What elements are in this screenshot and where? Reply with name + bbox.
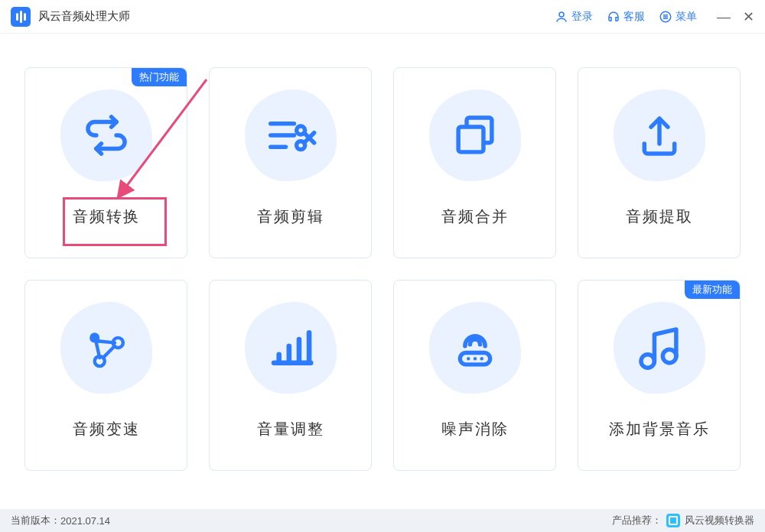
svg-point-10 [473, 357, 476, 360]
support-button[interactable]: 客服 [607, 10, 645, 24]
recommend-label: 产品推荐： [612, 514, 662, 527]
titlebar-actions: 登录 客服 菜单 — ✕ [555, 10, 754, 24]
card-audio-extract[interactable]: 音频提取 [578, 67, 741, 258]
app-title: 风云音频处理大师 [38, 9, 130, 24]
svg-point-0 [559, 12, 564, 17]
denoise-icon [448, 321, 502, 375]
card-audio-cut[interactable]: 音频剪辑 [209, 67, 372, 258]
card-label: 音频变速 [73, 419, 140, 440]
menu-button[interactable]: 菜单 [659, 10, 697, 24]
card-label: 音频合并 [441, 206, 509, 227]
login-label: 登录 [571, 10, 593, 24]
close-button[interactable]: ✕ [743, 10, 754, 24]
hot-badge: 热门功能 [132, 68, 187, 86]
svg-point-9 [467, 357, 470, 360]
svg-rect-4 [458, 127, 483, 152]
svg-point-11 [480, 357, 483, 360]
version-value: 2021.07.14 [60, 515, 110, 527]
minimize-button[interactable]: — [717, 10, 731, 24]
speed-icon [80, 321, 133, 375]
card-label: 音频转换 [73, 206, 140, 227]
support-label: 客服 [623, 10, 645, 24]
login-button[interactable]: 登录 [555, 10, 593, 24]
extract-icon [633, 109, 686, 162]
card-label: 音频提取 [626, 206, 693, 227]
card-label: 音频剪辑 [257, 206, 324, 227]
status-bar: 当前版本： 2021.07.14 产品推荐： 风云视频转换器 [0, 509, 765, 532]
window-controls: — ✕ [717, 10, 754, 24]
version-label: 当前版本： [11, 514, 60, 527]
card-label: 添加背景音乐 [609, 419, 710, 440]
card-audio-merge[interactable]: 音频合并 [393, 67, 556, 258]
menu-icon [659, 10, 672, 24]
card-label: 噪声消除 [441, 419, 509, 440]
card-add-bgm[interactable]: 最新功能 添加背景音乐 [578, 280, 741, 471]
card-noise-removal[interactable]: 噪声消除 [393, 280, 556, 471]
merge-icon [448, 109, 502, 162]
feature-grid: 热门功能 音频转换 音频剪辑 音频合并 音频提取 [0, 34, 765, 486]
user-icon [555, 10, 568, 24]
menu-label: 菜单 [675, 10, 697, 24]
card-volume-adjust[interactable]: 音量调整 [209, 280, 372, 471]
card-audio-convert[interactable]: 热门功能 音频转换 [24, 67, 187, 258]
card-audio-speed[interactable]: 音频变速 [24, 280, 187, 471]
volume-bars-icon [264, 321, 317, 375]
convert-icon [80, 109, 133, 162]
card-label: 音量调整 [257, 419, 324, 440]
titlebar: 风云音频处理大师 登录 客服 菜单 — ✕ [0, 0, 765, 34]
scissors-icon [264, 109, 317, 162]
new-badge: 最新功能 [685, 281, 740, 299]
music-note-icon [633, 321, 686, 375]
recommend-logo-icon [666, 514, 680, 527]
app-logo-icon [11, 7, 31, 27]
headset-icon [607, 10, 620, 24]
recommend-link[interactable]: 风云视频转换器 [685, 514, 754, 527]
